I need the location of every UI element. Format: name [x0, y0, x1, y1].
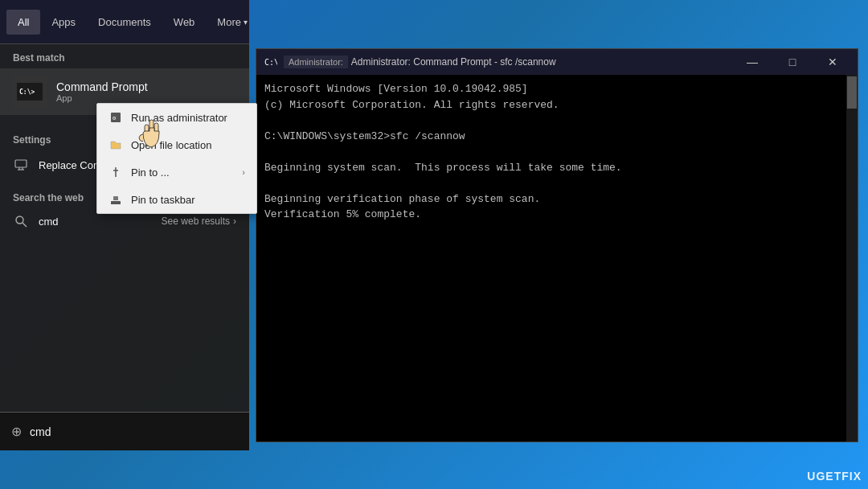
svg-point-13 [16, 216, 23, 224]
cmd-content-area: Microsoft Windows [Version 10.0.19042.98… [256, 75, 858, 442]
app-name: Command Prompt [56, 80, 148, 93]
pin-to-taskbar-item[interactable]: Pin to taskbar [97, 186, 256, 213]
folder-icon [108, 138, 123, 152]
maximize-button[interactable]: □ [774, 49, 811, 75]
app-icon-box [13, 75, 47, 109]
start-menu: All Apps Documents Web More ▾ Best match… [0, 0, 249, 450]
minimize-button[interactable]: — [734, 49, 771, 75]
run-admin-label: Run as administrator [131, 112, 245, 124]
command-prompt-window: C:\ Administrator: Administrator: Comman… [256, 48, 858, 442]
taskbar-icon [108, 192, 123, 207]
cmd-titlebar: C:\ Administrator: Administrator: Comman… [256, 49, 858, 75]
tab-web[interactable]: Web [162, 10, 207, 35]
svg-line-14 [23, 223, 27, 227]
pin-taskbar-label: Pin to taskbar [131, 194, 245, 206]
pin-to-item[interactable]: Pin to ... › [97, 158, 256, 186]
pin-icon [108, 165, 123, 179]
cmd-output: Microsoft Windows [Version 10.0.19042.98… [264, 81, 850, 223]
watermark: UGETFIX [807, 470, 862, 483]
see-web-results: See web results [162, 216, 230, 227]
pin-to-arrow-icon: › [242, 167, 245, 177]
search-bar[interactable]: ⊕ cmd [0, 412, 249, 450]
search-web-icon [13, 213, 29, 229]
run-admin-icon: ⚙ [108, 110, 123, 125]
taskbar-search-icon: ⊕ [11, 424, 22, 439]
cmd-scrollbar[interactable] [846, 75, 858, 442]
best-match-label: Best match [0, 44, 249, 68]
desktop: All Apps Documents Web More ▾ Best match… [0, 0, 868, 489]
svg-rect-5 [113, 196, 118, 200]
context-menu: ⚙ Run as administrator Open file locatio… [96, 103, 257, 214]
cmd-titlebar-icon: C:\ [263, 55, 277, 69]
open-location-label: Open file location [131, 139, 245, 151]
svg-text:C:\: C:\ [264, 58, 277, 67]
tab-apps[interactable]: Apps [40, 10, 87, 35]
app-type-label: App [56, 93, 148, 103]
close-button[interactable]: ✕ [814, 49, 851, 75]
cmd-admin-badge: Administrator: [284, 55, 348, 68]
svg-rect-4 [111, 201, 121, 204]
search-web-text: cmd [39, 216, 162, 228]
nav-tabs: All Apps Documents Web More ▾ [0, 0, 249, 44]
pin-to-label: Pin to ... [131, 166, 242, 179]
search-arrow-icon: › [233, 216, 236, 227]
tab-more[interactable]: More ▾ [206, 10, 259, 35]
svg-rect-9 [15, 160, 27, 167]
monitor-settings-icon [13, 157, 29, 173]
cmd-scrollbar-thumb[interactable] [847, 76, 857, 109]
app-info: Command Prompt App [56, 80, 148, 103]
search-bar-value: cmd [30, 425, 51, 438]
tab-documents[interactable]: Documents [87, 10, 162, 35]
cmd-window-title: Administrator: Command Prompt - sfc /sca… [351, 56, 734, 68]
run-as-administrator-item[interactable]: ⚙ Run as administrator [97, 104, 256, 131]
open-file-location-item[interactable]: Open file location [97, 131, 256, 158]
chevron-down-icon: ▾ [244, 18, 248, 27]
command-prompt-icon [17, 83, 43, 101]
cmd-window-controls: — □ ✕ [734, 49, 851, 75]
tab-all[interactable]: All [6, 10, 40, 35]
